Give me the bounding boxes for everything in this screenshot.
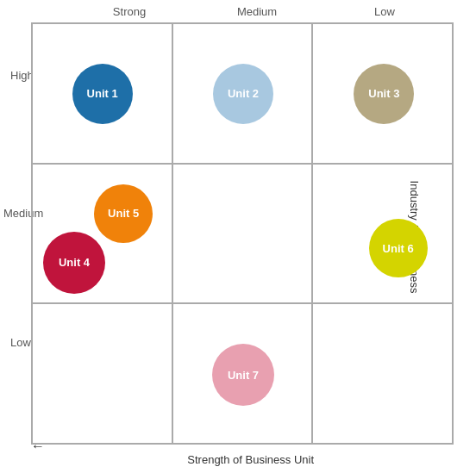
- axis-label-high: High: [10, 69, 34, 82]
- chart-wrapper: Strong Medium Low High Medium Low Indust…: [0, 0, 476, 473]
- unit3-bubble: Unit 3: [354, 64, 414, 124]
- cell-medium-medium: [172, 164, 313, 304]
- axis-label-low-left: Low: [10, 336, 31, 349]
- unit4-bubble: Unit 4: [43, 232, 105, 294]
- axis-label-strong: Strong: [60, 5, 198, 18]
- unit6-bubble: Unit 6: [369, 219, 428, 277]
- unit1-bubble: Unit 1: [72, 64, 133, 124]
- matrix-grid: Unit 1Unit 2Unit 3Unit 4Unit 5Unit 6Unit…: [31, 22, 454, 445]
- cell-low-low: [312, 303, 453, 444]
- unit5-bubble: Unit 5: [94, 184, 153, 243]
- x-axis-title: Strength of Business Unit: [187, 453, 314, 466]
- axis-label-medium-top: Medium: [188, 5, 326, 18]
- cell-low-strong: [32, 303, 172, 444]
- unit2-bubble: Unit 2: [213, 64, 273, 124]
- unit7-bubble: Unit 7: [212, 344, 274, 406]
- axis-label-low-top: Low: [316, 5, 454, 18]
